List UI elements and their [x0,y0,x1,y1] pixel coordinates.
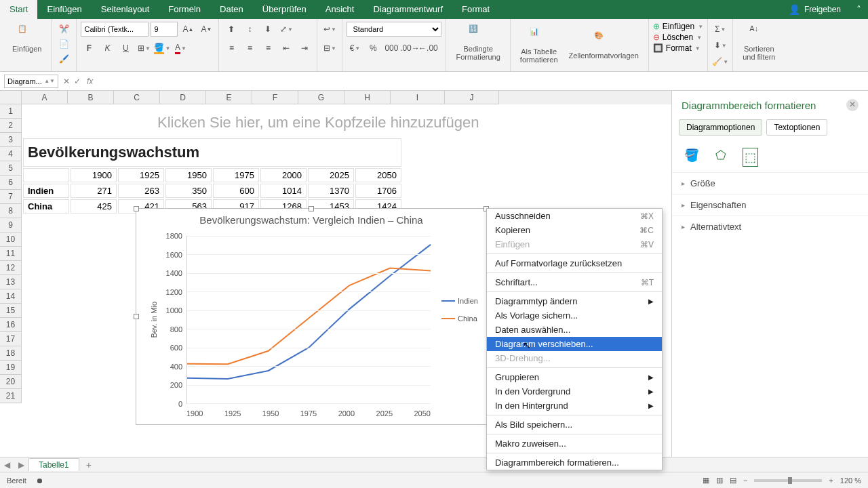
add-sheet-icon[interactable]: + [79,460,98,470]
font-color-button[interactable]: A▼ [172,41,189,56]
italic-button[interactable]: K [99,41,115,56]
underline-button[interactable]: U [117,41,134,56]
row-header-19[interactable]: 19 [0,361,22,375]
border-button[interactable]: ⊞▼ [136,41,152,56]
menu-item[interactable]: Als Bild speichern... [487,418,662,432]
col-header-E[interactable]: E [206,91,252,104]
align-bottom-icon[interactable]: ⬇ [260,22,276,37]
fx-icon[interactable]: fx [87,77,93,86]
col-header-B[interactable]: B [68,91,114,104]
menu-item[interactable]: Makro zuweisen... [487,436,662,451]
font-name-select[interactable] [81,22,149,37]
col-header-D[interactable]: D [160,91,206,104]
clear-icon[interactable]: 🧹▼ [712,54,728,69]
ribbon-tab-diagrammentwurf[interactable]: Diagrammentwurf [363,0,452,19]
decrease-decimal-icon[interactable]: ←.00 [420,41,436,56]
panel-section[interactable]: Größe [672,172,868,194]
insert-cells-button[interactable]: ⊕Einfügen▼ [653,22,703,31]
row-header-17[interactable]: 17 [0,332,22,346]
row-header-8[interactable]: 8 [0,204,22,218]
copy-icon[interactable]: 📄 [56,37,72,52]
col-header-A[interactable]: A [22,91,68,104]
row-header-10[interactable]: 10 [0,232,22,247]
menu-item[interactable]: Schriftart...⌘T [487,275,662,289]
row-header-18[interactable]: 18 [0,346,22,361]
col-header-I[interactable]: I [391,91,445,104]
paste-button[interactable]: 📋 Einfügen [7,22,47,56]
menu-item[interactable]: In den Vordergrund▶ [487,384,662,399]
align-middle-icon[interactable]: ↕ [241,22,258,37]
collapse-ribbon-icon[interactable]: ˄ [856,4,861,15]
menu-item[interactable]: Daten auswählen... [487,323,662,337]
bold-button[interactable]: F [81,41,97,56]
font-size-select[interactable] [151,22,178,37]
name-box[interactable]: Diagram...▲▼ [4,75,58,88]
row-header-15[interactable]: 15 [0,304,22,318]
fill-icon[interactable]: ⬇▼ [712,38,728,53]
header-placeholder[interactable]: Klicken Sie hier, um eine Kopfzeile hinz… [157,114,479,131]
panel-section[interactable]: Alternativtext [672,216,868,237]
currency-icon[interactable]: €▼ [347,41,363,56]
menu-item[interactable]: In den Hintergrund▶ [487,399,662,413]
row-header-16[interactable]: 16 [0,318,22,332]
effects-icon[interactable]: ⬠ [715,148,726,167]
grow-font-icon[interactable]: A▲ [180,22,196,37]
ribbon-tab-start[interactable]: Start [0,0,37,19]
format-as-table-button[interactable]: 📊Als Tabelle formatieren [515,22,564,68]
ribbon-tab-überprüfen[interactable]: Überprüfen [253,0,316,19]
col-header-C[interactable]: C [114,91,160,104]
next-sheet-icon[interactable]: ▶ [14,460,28,470]
ribbon-tab-formeln[interactable]: Formeln [159,0,210,19]
cut-icon[interactable]: ✂️ [56,22,72,37]
delete-cells-button[interactable]: ⊖Löschen▼ [653,33,702,42]
col-header-G[interactable]: G [298,91,344,104]
row-header-2[interactable]: 2 [0,119,22,133]
tab-chart-options[interactable]: Diagrammoptionen [679,119,762,136]
close-pane-icon[interactable]: ✕ [846,99,859,111]
legend-item[interactable]: Indien [441,297,478,305]
align-top-icon[interactable]: ⬆ [223,22,239,37]
select-all-corner[interactable] [0,91,22,104]
row-header-13[interactable]: 13 [0,275,22,289]
confirm-icon[interactable]: ✓ [74,77,81,86]
increase-decimal-icon[interactable]: .00→ [401,41,418,56]
autosum-icon[interactable]: Σ▼ [712,22,728,37]
menu-item[interactable]: Als Vorlage sichern... [487,308,662,323]
cancel-icon[interactable]: ✕ [63,77,70,86]
menu-item[interactable]: Gruppieren▶ [487,370,662,384]
view-page-break-icon[interactable]: ▤ [730,476,736,485]
menu-item[interactable]: Diagrammtyp ändern▶ [487,294,662,308]
row-header-4[interactable]: 4 [0,147,22,161]
fill-color-button[interactable]: 🪣▼ [154,41,170,56]
row-header-20[interactable]: 20 [0,375,22,389]
size-properties-icon[interactable]: ⬚ [743,148,758,167]
macro-record-icon[interactable]: ⏺ [36,476,43,485]
merge-cells-icon[interactable]: ⊟▼ [321,41,338,56]
ribbon-tab-einfügen[interactable]: Einfügen [37,0,91,19]
chart-object[interactable]: Bevölkerungswachstum: Vergleich Indien –… [136,208,487,425]
row-header-6[interactable]: 6 [0,176,22,190]
zoom-in-icon[interactable]: + [829,476,833,485]
prev-sheet-icon[interactable]: ◀ [0,460,14,470]
chart-title[interactable]: Bevölkerungswachstum: Vergleich Indien –… [136,214,486,226]
menu-item[interactable]: Kopieren⌘C [487,223,662,237]
row-header-5[interactable]: 5 [0,161,22,176]
view-page-layout-icon[interactable]: ▥ [716,476,723,485]
format-painter-icon[interactable]: 🖌️ [56,52,72,66]
shrink-font-icon[interactable]: A▼ [198,22,214,37]
align-center-icon[interactable]: ≡ [241,41,258,56]
tab-text-options[interactable]: Textoptionen [766,119,827,136]
zoom-level[interactable]: 120 % [840,476,861,485]
ribbon-tab-format[interactable]: Format [452,0,499,19]
fill-line-icon[interactable]: 🪣 [684,148,699,167]
format-cells-button[interactable]: 🔲Format▼ [653,43,701,53]
menu-item[interactable]: Ausschneiden⌘X [487,209,662,223]
zoom-out-icon[interactable]: − [743,476,747,485]
row-header-1[interactable]: 1 [0,104,22,119]
comma-icon[interactable]: 000 [383,41,399,56]
row-header-12[interactable]: 12 [0,261,22,275]
zoom-slider[interactable] [754,479,822,482]
row-header-11[interactable]: 11 [0,247,22,261]
sheet-tab[interactable]: Tabelle1 [28,458,79,471]
menu-item[interactable]: Diagramm verschieben... [487,337,662,351]
